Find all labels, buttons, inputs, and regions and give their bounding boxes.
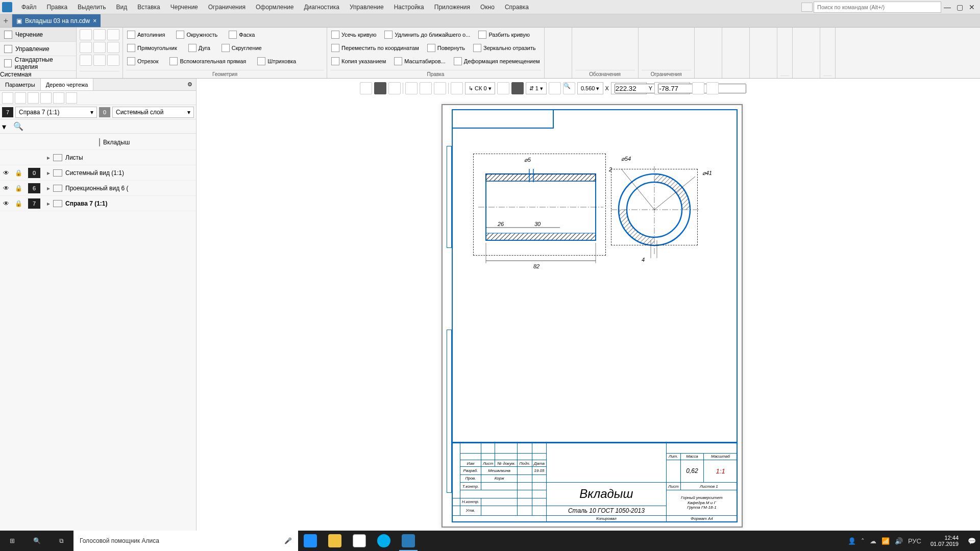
diag-icon[interactable] xyxy=(698,29,708,39)
dim-icon[interactable] xyxy=(548,40,558,51)
x-field[interactable] xyxy=(611,82,647,94)
tool-auxline[interactable]: Вспомогательная прямая xyxy=(168,55,247,67)
chevron-up-icon[interactable]: ˄ xyxy=(861,537,865,545)
tool-extend[interactable]: Удлинить до ближайшего о... xyxy=(383,29,471,41)
con-icon[interactable] xyxy=(653,52,664,62)
section-view[interactable]: ⌀5 2 26 30 82 xyxy=(473,154,606,281)
tool-chamfer[interactable]: Фаска xyxy=(228,29,256,41)
con-icon[interactable] xyxy=(665,40,675,51)
tool-scale[interactable]: Масштабиров... xyxy=(393,55,446,67)
taskview-icon[interactable]: ⧉ xyxy=(49,531,74,551)
layout-icon[interactable] xyxy=(801,3,813,12)
tool-trim[interactable]: Усечь кривую xyxy=(330,29,377,41)
misc-icon[interactable] xyxy=(780,40,789,51)
visibility-icon[interactable]: 👁 xyxy=(0,200,12,207)
end-icon[interactable] xyxy=(823,29,832,39)
menu-diag[interactable]: Диагностика xyxy=(299,4,345,11)
ins-icon[interactable] xyxy=(753,29,763,39)
undo-button[interactable] xyxy=(107,42,119,53)
tool-circle[interactable]: Окружность xyxy=(175,29,218,41)
ctb-btn[interactable] xyxy=(420,82,432,94)
command-search[interactable] xyxy=(814,2,941,13)
tool-split[interactable]: Разбить кривую xyxy=(477,29,531,41)
open-button[interactable] xyxy=(93,29,106,40)
explorer-app[interactable] xyxy=(323,531,347,551)
mode-manage[interactable]: Управление xyxy=(0,42,76,56)
skype-app[interactable] xyxy=(372,531,396,551)
volume-icon[interactable]: 🔊 xyxy=(895,537,903,545)
tool-arc[interactable]: Дуга xyxy=(187,42,211,54)
start-button[interactable]: ⊞ xyxy=(0,531,24,551)
lang-indicator[interactable]: РУС xyxy=(908,537,921,545)
menu-help[interactable]: Справка xyxy=(500,4,534,11)
des-icon[interactable] xyxy=(622,29,632,39)
mode-drawing[interactable]: Черчение xyxy=(0,28,76,42)
tab-params[interactable]: Параметры xyxy=(0,79,41,90)
zoom-icon[interactable]: 🔍 xyxy=(563,82,575,94)
people-icon[interactable]: 👤 xyxy=(848,537,856,545)
menu-drawing[interactable]: Черчение xyxy=(165,4,203,11)
kompas-app[interactable] xyxy=(396,531,421,551)
des-icon[interactable] xyxy=(610,29,621,39)
cs-combo[interactable]: ↳ СК 0 ▾ xyxy=(465,82,495,94)
des-icon[interactable] xyxy=(599,29,609,39)
visibility-icon[interactable]: 👁 xyxy=(0,169,12,177)
tool-icon[interactable] xyxy=(796,40,806,51)
view-icon[interactable] xyxy=(725,40,736,51)
misc-icon[interactable] xyxy=(780,29,789,39)
new-button[interactable] xyxy=(80,29,92,40)
misc-icon[interactable] xyxy=(780,52,789,62)
zoom-out-icon[interactable] xyxy=(549,82,561,94)
ctb-btn[interactable] xyxy=(360,82,372,94)
ctb-btn[interactable] xyxy=(388,82,401,94)
menu-edit[interactable]: Правка xyxy=(42,4,73,11)
des-icon[interactable] xyxy=(587,29,597,39)
mic-icon[interactable]: 🎤 xyxy=(284,537,292,544)
grid-icon[interactable] xyxy=(451,82,463,94)
tree-rightview[interactable]: Справа 7 (1:1) xyxy=(65,200,196,207)
tool-autoline[interactable]: Автолиния xyxy=(126,29,166,41)
close-tab-icon[interactable]: × xyxy=(93,17,96,24)
filter-icon[interactable]: ▾ xyxy=(2,122,11,131)
tree-projview[interactable]: Проекционный вид 6 ( xyxy=(65,185,196,192)
tool-icon[interactable] xyxy=(796,64,806,74)
tool-icon[interactable] xyxy=(796,52,806,62)
y-field[interactable] xyxy=(654,82,690,94)
des-icon[interactable] xyxy=(575,40,585,51)
lp-btn[interactable] xyxy=(40,92,52,104)
mode-stdparts[interactable]: Стандартные изделия xyxy=(0,56,76,71)
lock-icon[interactable]: 🔒 xyxy=(12,185,24,192)
dim-icon[interactable] xyxy=(548,29,558,39)
lp-btn[interactable] xyxy=(15,92,26,104)
lp-btn[interactable] xyxy=(53,92,64,104)
diag-icon[interactable] xyxy=(698,52,708,62)
menu-format[interactable]: Оформление xyxy=(251,4,299,11)
visibility-icon[interactable]: 👁 xyxy=(0,185,12,192)
ctb-btn[interactable] xyxy=(511,82,524,94)
layer-dropdown[interactable]: Системный слой▾ xyxy=(112,107,194,118)
diag-icon[interactable] xyxy=(698,64,708,74)
lp-btn[interactable] xyxy=(2,92,13,104)
ins-icon[interactable] xyxy=(753,52,763,62)
title-block[interactable]: Лит.МассаМасштаб ИзмЛист№ докум.Подп.Дат… xyxy=(452,442,738,522)
yandex-app[interactable] xyxy=(347,531,372,551)
menu-insert[interactable]: Вставка xyxy=(132,4,165,11)
end-icon[interactable] xyxy=(823,40,832,51)
canvas[interactable]: ↳ СК 0 ▾ ⇵ 1 ▾ 🔍 0.560 ▾ X Y xyxy=(197,79,980,531)
end-icon[interactable] xyxy=(823,52,832,62)
search-icon[interactable]: 🔍 xyxy=(24,531,49,551)
con-icon[interactable] xyxy=(677,29,687,39)
ins-icon[interactable] xyxy=(753,40,763,51)
tree-sheets[interactable]: Листы xyxy=(65,154,196,161)
tool-line[interactable]: Отрезок xyxy=(126,55,159,67)
des-icon[interactable] xyxy=(575,52,585,62)
view-icon[interactable] xyxy=(725,64,736,74)
con-icon[interactable] xyxy=(677,52,687,62)
des-icon[interactable] xyxy=(575,29,585,39)
lock-icon[interactable]: 🔒 xyxy=(12,169,24,177)
menu-window[interactable]: Окно xyxy=(475,4,500,11)
con-icon[interactable] xyxy=(665,29,675,39)
edge-app[interactable] xyxy=(298,531,323,551)
tool-copypick[interactable]: Копия указанием xyxy=(330,55,387,67)
save-button[interactable] xyxy=(107,29,119,40)
